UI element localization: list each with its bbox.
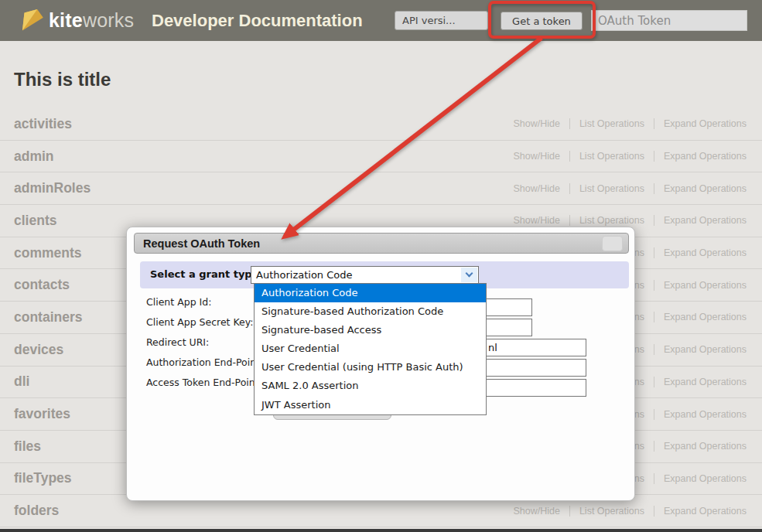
resource-name[interactable]: dli — [14, 373, 29, 390]
list-operations-link[interactable]: List Operations — [579, 183, 644, 194]
app-header: kiteworks Developer Documentation API ve… — [0, 0, 762, 41]
api-version-input[interactable]: API versi... — [395, 11, 488, 30]
link-separator — [569, 151, 570, 162]
field-label: Authorization End-Point: — [146, 356, 263, 368]
grant-type-label: Select a grant type: — [150, 268, 263, 280]
resource-links: Show/Hide List Operations Expand Operati… — [513, 151, 747, 162]
expand-operations-link[interactable]: Expand Operations — [664, 183, 747, 194]
grant-type-dropdown-list: Authorization CodeSignature-based Author… — [254, 283, 487, 415]
expand-operations-link[interactable]: Expand Operations — [664, 473, 747, 484]
resource-name[interactable]: favorites — [14, 406, 70, 422]
link-separator — [654, 377, 654, 387]
expand-operations-link[interactable]: Expand Operations — [664, 118, 747, 129]
resource-row: adminRoles Show/Hide List Operations Exp… — [0, 172, 762, 205]
expand-operations-link[interactable]: Expand Operations — [664, 280, 747, 291]
link-separator — [569, 215, 570, 226]
show-hide-link[interactable]: Show/Hide — [513, 183, 559, 194]
resource-links: Show/Hide List Operations Expand Operati… — [513, 183, 747, 194]
link-separator — [654, 312, 654, 322]
expand-operations-link[interactable]: Expand Operations — [664, 247, 747, 258]
link-separator — [654, 506, 654, 517]
grant-type-option[interactable]: Signature-based Authorization Code — [255, 302, 486, 321]
field-label: Access Token End-Point: — [146, 377, 262, 388]
brand-kite: kite — [49, 9, 83, 32]
link-separator — [569, 506, 570, 517]
get-a-token-button[interactable]: Get a token — [501, 12, 583, 30]
field-label: Client App Id: — [146, 296, 211, 308]
resource-name[interactable]: files — [14, 438, 41, 455]
list-operations-link[interactable]: List Operations — [579, 506, 644, 517]
field-label: Client App Secret Key: — [146, 316, 253, 328]
field-label: Redirect URI: — [146, 336, 209, 348]
modal-titlebar: Request OAuth Token — [134, 233, 629, 254]
oauth-token-input[interactable]: OAuth Token — [591, 10, 747, 31]
resource-row: activities Show/Hide List Operations Exp… — [0, 108, 762, 141]
grant-type-option[interactable]: Signature-based Access — [255, 321, 486, 339]
link-separator — [654, 280, 654, 291]
resource-name[interactable]: contacts — [14, 277, 70, 293]
link-separator — [569, 118, 570, 129]
link-separator — [654, 247, 654, 258]
resource-name[interactable]: containers — [14, 309, 83, 326]
expand-operations-link[interactable]: Expand Operations — [664, 441, 747, 452]
expand-operations-link[interactable]: Expand Operations — [664, 312, 747, 322]
grant-type-option[interactable]: User Credential — [255, 339, 486, 358]
screen: kiteworks Developer Documentation API ve… — [0, 0, 762, 532]
page-title: This is title — [14, 69, 111, 90]
modal-title: Request OAuth Token — [143, 237, 260, 250]
grant-type-option[interactable]: User Credential (using HTTP Basic Auth) — [255, 358, 486, 377]
resource-name[interactable]: devices — [14, 342, 63, 358]
grant-type-option[interactable]: JWT Assertion — [255, 396, 486, 414]
expand-operations-link[interactable]: Expand Operations — [664, 215, 747, 226]
link-separator — [654, 183, 654, 194]
expand-operations-link[interactable]: Expand Operations — [664, 506, 747, 517]
resource-name[interactable]: activities — [14, 116, 72, 132]
resource-name[interactable]: comments — [14, 245, 82, 261]
chevron-down-icon[interactable] — [461, 268, 477, 282]
link-separator — [569, 183, 570, 194]
kiteworks-logo-icon — [21, 8, 46, 32]
grant-type-select[interactable]: Authorization Code — [251, 266, 479, 284]
link-separator — [654, 441, 654, 452]
show-hide-link[interactable]: Show/Hide — [513, 118, 559, 129]
link-separator — [654, 409, 654, 420]
modal-close-button[interactable] — [602, 236, 623, 251]
resource-name[interactable]: folders — [14, 503, 59, 519]
brand-works: works — [83, 9, 134, 32]
resource-links: Show/Hide List Operations Expand Operati… — [513, 118, 747, 129]
show-hide-link[interactable]: Show/Hide — [513, 215, 559, 226]
resource-name[interactable]: clients — [14, 213, 56, 229]
grant-type-option[interactable]: Authorization Code — [255, 284, 486, 302]
expand-operations-link[interactable]: Expand Operations — [664, 344, 747, 355]
bottom-strip — [0, 529, 762, 532]
show-hide-link[interactable]: Show/Hide — [513, 506, 559, 517]
link-separator — [654, 344, 654, 355]
expand-operations-link[interactable]: Expand Operations — [664, 409, 747, 420]
show-hide-link[interactable]: Show/Hide — [513, 151, 559, 162]
page-header-title: Developer Documentation — [152, 0, 363, 41]
resource-links: Show/Hide List Operations Expand Operati… — [513, 506, 747, 517]
link-separator — [654, 151, 654, 162]
resource-row: admin Show/Hide List Operations Expand O… — [0, 141, 762, 173]
field-value-fragment: nl — [488, 342, 497, 353]
expand-operations-link[interactable]: Expand Operations — [664, 151, 747, 162]
link-separator — [654, 215, 654, 226]
expand-operations-link[interactable]: Expand Operations — [664, 377, 747, 387]
link-separator — [654, 473, 654, 484]
grant-type-option[interactable]: SAML 2.0 Assertion — [255, 377, 486, 395]
list-operations-link[interactable]: List Operations — [579, 215, 644, 226]
list-operations-link[interactable]: List Operations — [579, 151, 644, 162]
grant-type-selected-value: Authorization Code — [256, 269, 352, 281]
resource-links: Show/Hide List Operations Expand Operati… — [513, 215, 747, 226]
brand-name: kiteworks — [49, 0, 134, 41]
link-separator — [654, 118, 654, 129]
resource-name[interactable]: fileTypes — [14, 470, 72, 486]
resource-name[interactable]: admin — [14, 148, 54, 165]
resource-name[interactable]: adminRoles — [14, 180, 91, 196]
list-operations-link[interactable]: List Operations — [579, 118, 644, 129]
